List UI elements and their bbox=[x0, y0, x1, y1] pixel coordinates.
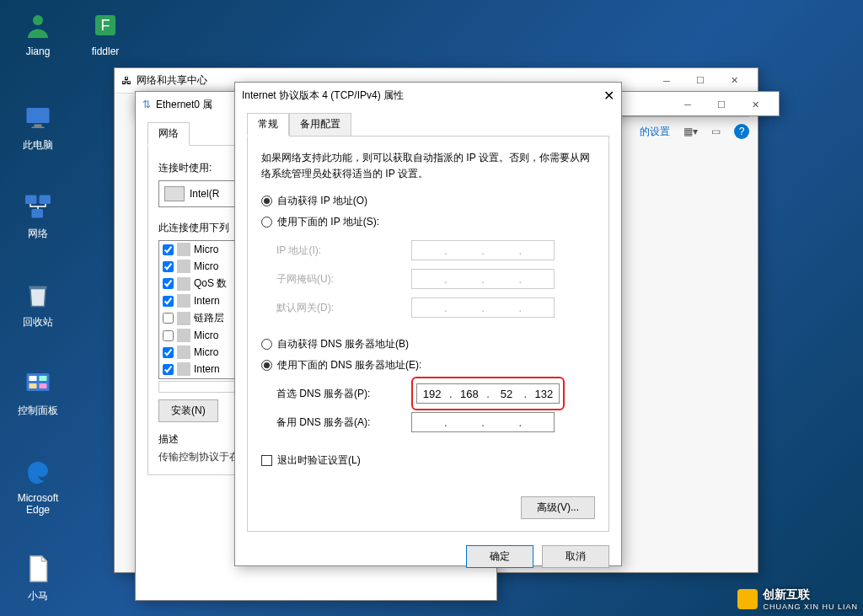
close-button[interactable]: ✕ bbox=[603, 88, 614, 104]
watermark-logo-icon bbox=[737, 589, 758, 609]
highlight-annotation: 192. 168. 52. 132 bbox=[411, 377, 565, 410]
icon-label: Microsoft Edge bbox=[18, 492, 59, 516]
icon-label: 小马 bbox=[28, 590, 48, 602]
gateway-row: 默认网关(D): ... bbox=[276, 293, 595, 322]
settings-link[interactable]: 的设置 bbox=[640, 125, 670, 139]
watermark-sub: CHUANG XIN HU LIAN bbox=[763, 603, 858, 611]
alternate-dns-input[interactable]: ... bbox=[411, 412, 555, 432]
checkbox[interactable] bbox=[163, 364, 174, 375]
radio-auto-ip[interactable]: 自动获得 IP 地址(O) bbox=[261, 194, 595, 208]
desktop-icon-edge[interactable]: Microsoft Edge bbox=[8, 455, 67, 516]
app-icon: ⇅ bbox=[142, 99, 151, 110]
desktop-icon-fiddler[interactable]: F fiddler bbox=[76, 8, 135, 57]
adapter-name: Intel(R bbox=[190, 188, 219, 200]
validate-on-exit-checkbox[interactable]: 退出时验证设置(L) bbox=[261, 453, 595, 468]
desktop-icon-user[interactable]: Jiang bbox=[8, 8, 67, 57]
svg-rect-3 bbox=[27, 108, 50, 123]
watermark-brand: 创新互联 bbox=[763, 587, 810, 601]
gateway-input: ... bbox=[411, 297, 555, 318]
close-button[interactable]: ✕ bbox=[717, 69, 751, 93]
ip-address-input: ... bbox=[411, 240, 555, 260]
alternate-dns-row: 备用 DNS 服务器(A): ... bbox=[276, 408, 595, 437]
view-icon[interactable]: ▦▾ bbox=[683, 126, 698, 137]
maximize-button[interactable]: ☐ bbox=[705, 93, 738, 116]
svg-rect-4 bbox=[35, 125, 42, 127]
radio-manual-ip[interactable]: 使用下面的 IP 地址(S): bbox=[261, 215, 595, 229]
component-icon bbox=[177, 277, 190, 291]
desktop-icon-this-pc[interactable]: 此电脑 bbox=[8, 101, 67, 153]
checkbox-icon bbox=[261, 455, 272, 466]
checkbox[interactable] bbox=[163, 313, 174, 324]
component-icon bbox=[177, 362, 190, 376]
radio-manual-dns[interactable]: 使用下面的 DNS 服务器地址(E): bbox=[261, 358, 595, 372]
tab-alternate[interactable]: 备用配置 bbox=[289, 113, 351, 137]
tab-network[interactable]: 网络 bbox=[147, 122, 190, 146]
desktop-icon-recycle-bin[interactable]: 回收站 bbox=[8, 278, 67, 329]
radio-icon bbox=[261, 196, 272, 206]
preferred-dns-input[interactable]: 192. 168. 52. 132 bbox=[416, 383, 560, 404]
watermark: 创新互联 CHUANG XIN HU LIAN bbox=[737, 587, 858, 611]
checkbox[interactable] bbox=[163, 330, 174, 341]
component-icon bbox=[177, 260, 190, 273]
close-button[interactable]: ✕ bbox=[738, 93, 772, 116]
icon-label: 控制面板 bbox=[18, 404, 58, 416]
svg-rect-5 bbox=[32, 127, 45, 129]
desktop-icon-textfile[interactable]: 小马 bbox=[8, 552, 67, 603]
window-title: Internet 协议版本 4 (TCP/IPv4) 属性 bbox=[242, 88, 603, 103]
icon-label: Jiang bbox=[26, 46, 51, 57]
svg-rect-12 bbox=[40, 376, 47, 381]
help-icon[interactable]: ? bbox=[734, 124, 749, 139]
component-icon bbox=[177, 312, 190, 325]
component-icon bbox=[177, 294, 190, 308]
svg-text:F: F bbox=[101, 17, 110, 34]
component-icon bbox=[177, 243, 190, 256]
checkbox[interactable] bbox=[163, 244, 174, 255]
icon-label: 回收站 bbox=[23, 316, 53, 328]
minimize-button[interactable]: ─ bbox=[671, 93, 705, 116]
titlebar[interactable]: Internet 协议版本 4 (TCP/IPv4) 属性 ✕ bbox=[235, 83, 621, 108]
svg-rect-6 bbox=[25, 196, 37, 205]
svg-rect-13 bbox=[29, 383, 37, 388]
minimize-button[interactable]: ─ bbox=[650, 69, 683, 93]
component-icon bbox=[177, 345, 190, 359]
ip-address-row: IP 地址(I): ... bbox=[276, 236, 595, 265]
app-icon: 🖧 bbox=[121, 75, 131, 87]
desktop-icon-control-panel[interactable]: 控制面板 bbox=[8, 367, 67, 418]
radio-auto-dns[interactable]: 自动获得 DNS 服务器地址(B) bbox=[261, 337, 595, 351]
component-icon bbox=[177, 329, 190, 342]
info-text: 如果网络支持此功能，则可以获取自动指派的 IP 设置。否则，你需要从网络系统管理… bbox=[261, 150, 595, 182]
install-button[interactable]: 安装(N) bbox=[158, 399, 218, 422]
svg-rect-8 bbox=[32, 209, 44, 218]
subnet-mask-input: ... bbox=[411, 269, 555, 289]
radio-icon bbox=[261, 339, 272, 350]
cancel-button[interactable]: 取消 bbox=[542, 545, 609, 568]
radio-icon bbox=[261, 217, 272, 228]
checkbox[interactable] bbox=[163, 296, 174, 307]
svg-rect-14 bbox=[40, 383, 47, 388]
radio-icon bbox=[261, 360, 272, 371]
icon-label: 网络 bbox=[28, 228, 48, 239]
advanced-button[interactable]: 高级(V)... bbox=[521, 496, 595, 519]
checkbox[interactable] bbox=[163, 347, 174, 358]
svg-point-0 bbox=[33, 15, 43, 25]
svg-rect-7 bbox=[40, 196, 51, 205]
window-ipv4-properties: Internet 协议版本 4 (TCP/IPv4) 属性 ✕ 常规 备用配置 … bbox=[234, 82, 622, 566]
svg-rect-11 bbox=[29, 376, 37, 381]
adapter-icon bbox=[164, 186, 185, 201]
desktop-icon-network[interactable]: 网络 bbox=[8, 190, 67, 241]
svg-rect-9 bbox=[29, 287, 47, 289]
preview-icon[interactable]: ▭ bbox=[711, 126, 721, 137]
maximize-button[interactable]: ☐ bbox=[683, 69, 717, 93]
subnet-mask-row: 子网掩码(U): ... bbox=[276, 265, 595, 293]
icon-label: 此电脑 bbox=[23, 139, 53, 151]
preferred-dns-row: 首选 DNS 服务器(P): 192. 168. 52. 132 bbox=[276, 379, 595, 408]
icon-label: fiddler bbox=[92, 46, 120, 57]
ok-button[interactable]: 确定 bbox=[466, 545, 533, 568]
checkbox[interactable] bbox=[163, 261, 174, 272]
tab-general[interactable]: 常规 bbox=[247, 113, 289, 137]
checkbox[interactable] bbox=[163, 278, 174, 289]
